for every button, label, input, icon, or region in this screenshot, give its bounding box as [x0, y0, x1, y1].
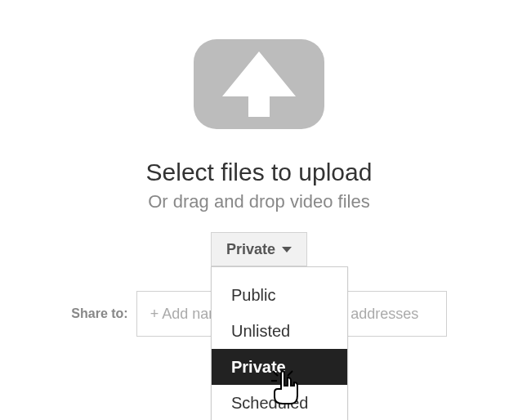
privacy-option-public[interactable]: Public: [212, 277, 347, 313]
privacy-option-private[interactable]: Private: [212, 349, 347, 385]
privacy-dropdown-button[interactable]: Private: [211, 232, 307, 266]
upload-title: Select files to upload: [0, 159, 518, 186]
share-to-label: Share to:: [71, 306, 127, 321]
upload-icon[interactable]: [190, 23, 328, 141]
privacy-option-unlisted[interactable]: Unlisted: [212, 313, 347, 349]
chevron-down-icon: [282, 247, 292, 252]
privacy-selected-label: Private: [226, 241, 275, 258]
privacy-option-scheduled[interactable]: Scheduled: [212, 385, 347, 420]
privacy-dropdown-menu: Public Unlisted Private Scheduled: [211, 266, 348, 420]
upload-subtitle: Or drag and drop video files: [0, 191, 518, 212]
